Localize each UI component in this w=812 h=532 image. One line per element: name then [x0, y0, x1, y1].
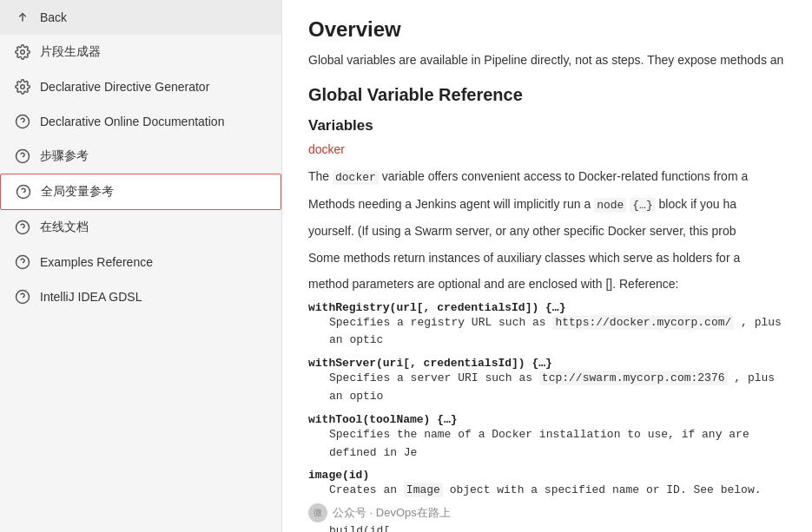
- docker-desc-2: Methods needing a Jenkins agent will imp…: [308, 194, 786, 215]
- method4-desc: Creates an Image object with a specified…: [329, 482, 786, 500]
- method4-image-code: Image: [404, 483, 443, 497]
- docker-desc-3b: method parameters are optional and are e…: [308, 274, 786, 293]
- docker-link[interactable]: docker: [308, 142, 345, 156]
- docker-desc-3: Some methods return instances of auxilia…: [308, 248, 786, 267]
- docker-desc-1: The docker variable offers convenient ac…: [308, 167, 786, 187]
- question-icon-2: [14, 148, 31, 165]
- build-sig-truncated: build(id[…: [329, 522, 786, 532]
- svg-point-1: [21, 50, 25, 55]
- method3-signature: withTool(toolName) {…}: [308, 413, 786, 426]
- docker-desc-2c: yourself. (If using a Swarm server, or a…: [308, 221, 786, 240]
- watermark-icon: 微: [308, 503, 327, 522]
- sidebar-item-back-label: Back: [40, 10, 67, 24]
- watermark-text: 公众号 · DevOps在路上: [333, 505, 451, 521]
- sidebar-item-online-docs-label: 在线文档: [40, 220, 89, 235]
- method4-signature: image(id): [308, 469, 786, 482]
- main-content: Overview Global variables are available …: [282, 0, 812, 532]
- sidebar-item-intellij-gdsl[interactable]: IntelliJ IDEA GDSL: [0, 279, 281, 314]
- sidebar-item-examples-reference[interactable]: Examples Reference: [0, 245, 281, 279]
- gear-icon: [14, 43, 31, 61]
- arrow-up-icon: [14, 9, 31, 26]
- sidebar-item-back[interactable]: Back: [0, 0, 281, 35]
- sidebar-item-online-doc-label: Declarative Online Documentation: [40, 115, 224, 128]
- sidebar-item-global-var-label: 全局变量参考: [41, 184, 114, 200]
- watermark: 微 公众号 · DevOps在路上: [308, 503, 786, 522]
- method3-desc: Specifies the name of a Docker installat…: [329, 426, 786, 463]
- method1-signature: withRegistry(url[, credentialsId]) {…}: [308, 301, 786, 314]
- sidebar-item-declarative-directive[interactable]: Declarative Directive Generator: [0, 69, 281, 104]
- question-icon-5: [14, 253, 31, 271]
- sidebar-item-intellij-label: IntelliJ IDEA GDSL: [40, 290, 142, 304]
- sidebar-item-global-variable-reference[interactable]: 全局变量参考: [0, 174, 281, 210]
- gear-icon-2: [14, 78, 31, 95]
- sidebar-item-examples-label: Examples Reference: [40, 255, 153, 269]
- sidebar: Back 片段生成器 Declarative Directive Generat…: [0, 0, 282, 532]
- docker-code-inline: docker: [333, 170, 379, 185]
- sidebar-item-snippet-generator[interactable]: 片段生成器: [0, 35, 281, 69]
- block-code-inline: {…}: [630, 198, 655, 213]
- method1-url-code: https://docker.mycorp.com/: [552, 315, 734, 330]
- sidebar-item-online-docs[interactable]: 在线文档: [0, 210, 281, 245]
- question-icon-1: [14, 113, 31, 130]
- question-icon-4: [14, 219, 31, 236]
- node-code-inline: node: [594, 198, 626, 213]
- question-icon-3: [15, 183, 32, 200]
- overview-text: Global variables are available in Pipeli…: [308, 50, 786, 69]
- section-global-var-reference: Global Variable Reference: [308, 85, 786, 105]
- sidebar-item-declarative-label: Declarative Directive Generator: [40, 80, 209, 94]
- svg-point-2: [21, 85, 25, 89]
- method2-signature: withServer(uri[, credentialsId]) {…}: [308, 357, 786, 370]
- sidebar-item-declarative-online-doc[interactable]: Declarative Online Documentation: [0, 104, 281, 139]
- sidebar-item-snippet-label: 片段生成器: [40, 44, 101, 60]
- page-title: Overview: [308, 17, 786, 42]
- method2-desc: Specifies a server URI such as tcp://swa…: [329, 370, 786, 406]
- sidebar-item-step-reference[interactable]: 步骤参考: [0, 139, 281, 174]
- sidebar-item-step-ref-label: 步骤参考: [40, 148, 89, 164]
- question-icon-6: [14, 288, 31, 305]
- method1-desc: Specifies a registry URL such as https:/…: [329, 314, 786, 351]
- method2-url-code: tcp://swarm.mycorp.com:2376: [539, 371, 728, 385]
- section-variables: Variables: [308, 117, 786, 135]
